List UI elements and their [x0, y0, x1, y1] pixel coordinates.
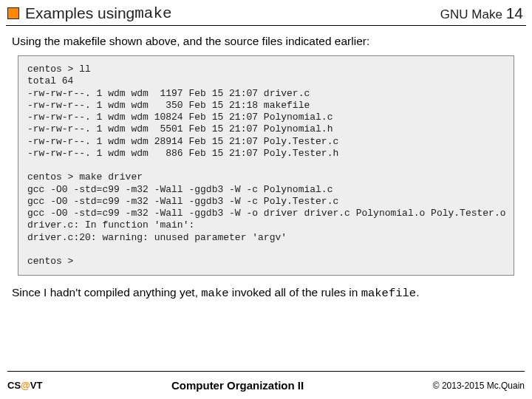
slide-number-area: GNU Make 14 — [440, 4, 523, 22]
slide-body: Using the makefile shown above, and the … — [0, 32, 532, 300]
slide-topic: GNU Make — [440, 7, 506, 21]
slide-header: Examples using make GNU Make 14 — [0, 0, 532, 25]
footer-divider — [7, 371, 525, 372]
footer-center: Computer Organization II — [171, 379, 304, 392]
footer-cs: CS — [7, 380, 21, 391]
code-listing: centos > ll total 64 -rw-rw-r--. 1 wdm w… — [18, 55, 514, 276]
footer-right: © 2013-2015 Mc.Quain — [433, 381, 525, 391]
conclusion-text: Since I hadn't compiled anything yet, ma… — [12, 286, 520, 300]
header-divider — [6, 25, 526, 26]
slide-title: Examples using make — [7, 4, 172, 22]
slide-number: 14 — [506, 4, 523, 21]
footer-vt: VT — [30, 380, 43, 391]
conclusion-part1: Since I hadn't compiled anything yet, — [12, 286, 201, 299]
intro-text: Using the makefile shown above, and the … — [12, 35, 520, 48]
conclusion-part2: invoked all of the rules in — [229, 286, 361, 299]
title-text: Examples using — [25, 4, 134, 22]
conclusion-cmd-make: make — [201, 287, 228, 300]
conclusion-cmd-makefile: makefile — [361, 287, 416, 300]
footer-at: @ — [21, 380, 30, 391]
title-command: make — [134, 5, 171, 22]
bullet-icon — [7, 7, 19, 19]
conclusion-part3: . — [416, 286, 419, 299]
slide-footer: CS@VT Computer Organization II © 2013-20… — [0, 366, 532, 399]
footer-left: CS@VT — [7, 380, 42, 391]
